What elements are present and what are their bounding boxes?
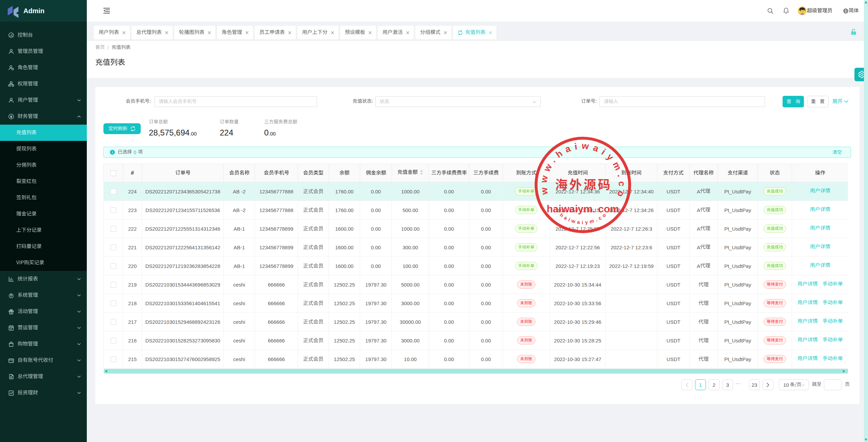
svg-text:haiwaiym. com: haiwaiym. com [547,203,619,214]
